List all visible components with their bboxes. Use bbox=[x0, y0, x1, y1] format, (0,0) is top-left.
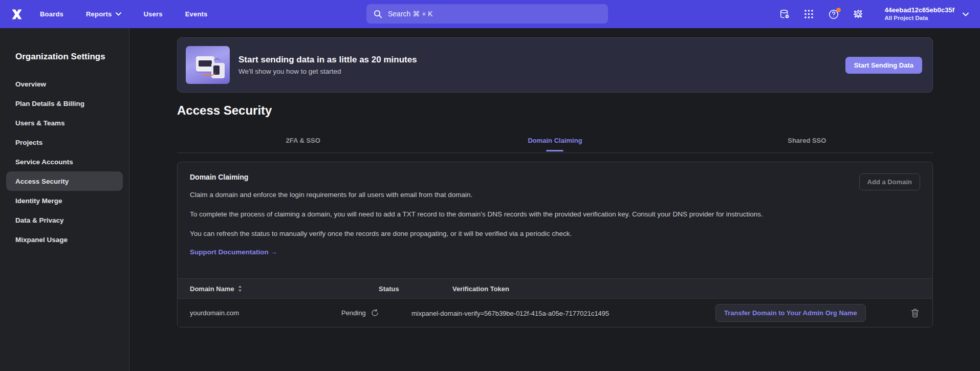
search-placeholder: Search ⌘ + K bbox=[388, 10, 433, 18]
banner-subtitle: We'll show you how to get started bbox=[238, 68, 417, 75]
column-header-verification-token: Verification Token bbox=[452, 285, 509, 293]
add-domain-button[interactable]: Add a Domain bbox=[859, 173, 920, 190]
card-title: Domain Claiming bbox=[190, 173, 920, 181]
card-paragraph: Claim a domain and enforce the login req… bbox=[190, 190, 920, 201]
org-project-switcher[interactable]: 44eebad12c65eb0c35f All Project Data bbox=[884, 6, 969, 22]
apps-grid-icon[interactable] bbox=[803, 9, 815, 20]
tab-shared-sso[interactable]: Shared SSO bbox=[681, 137, 933, 152]
sidebar-item-users-teams[interactable]: Users & Teams bbox=[6, 113, 123, 133]
settings-gear-icon[interactable] bbox=[853, 9, 864, 20]
sidebar-item-service-accounts[interactable]: Service Accounts bbox=[6, 152, 123, 171]
onboarding-illustration bbox=[186, 46, 230, 84]
nav-item-label: Reports bbox=[86, 10, 112, 18]
sidebar-item-projects[interactable]: Projects bbox=[6, 133, 123, 152]
nav-item-boards[interactable]: Boards bbox=[40, 10, 63, 18]
nav-item-label: Users bbox=[144, 10, 163, 18]
sidebar-item-mixpanel-usage[interactable]: Mixpanel Usage bbox=[6, 230, 123, 249]
status-cell: Pending bbox=[341, 309, 366, 317]
refresh-status-icon[interactable] bbox=[371, 309, 379, 317]
chevron-down-icon bbox=[963, 12, 969, 16]
search-input[interactable]: Search ⌘ + K bbox=[366, 4, 608, 24]
support-documentation-link[interactable]: Support Documentation → bbox=[190, 248, 277, 256]
onboarding-banner: Start sending data in as little as 20 mi… bbox=[177, 37, 933, 93]
sidebar-item-overview[interactable]: Overview bbox=[6, 74, 123, 94]
nav-item-events[interactable]: Events bbox=[185, 10, 208, 18]
delete-domain-trash-icon[interactable] bbox=[911, 309, 919, 318]
tab-domain-claiming[interactable]: Domain Claiming bbox=[429, 137, 681, 152]
start-sending-data-button[interactable]: Start Sending Data bbox=[845, 57, 922, 74]
nav-item-label: Events bbox=[185, 10, 208, 18]
access-security-tabs: 2FA & SSO Domain Claiming Shared SSO bbox=[177, 137, 933, 153]
column-header-domain-name: Domain Name bbox=[190, 285, 234, 293]
sidebar-item-plan-details-billing[interactable]: Plan Details & Billing bbox=[6, 94, 123, 113]
tab-2fa-sso[interactable]: 2FA & SSO bbox=[177, 137, 429, 152]
primary-nav: Boards Reports Users Events bbox=[40, 10, 208, 18]
mixpanel-logo-icon[interactable] bbox=[8, 7, 26, 22]
page-title: Access Security bbox=[177, 103, 933, 118]
sidebar-item-data-privacy[interactable]: Data & Privacy bbox=[6, 210, 123, 230]
sidebar-item-identity-merge[interactable]: Identity Merge bbox=[6, 191, 123, 210]
top-nav: Boards Reports Users Events Search ⌘ + K bbox=[0, 0, 980, 28]
help-icon[interactable] bbox=[828, 9, 839, 20]
main-content: Start sending data in as little as 20 mi… bbox=[129, 28, 980, 371]
settings-sidebar: Organization Settings Overview Plan Deta… bbox=[0, 28, 129, 371]
banner-title: Start sending data in as little as 20 mi… bbox=[238, 55, 417, 65]
domain-name-cell: yourdomain.com bbox=[190, 309, 239, 317]
nav-item-reports[interactable]: Reports bbox=[86, 10, 121, 18]
project-name: All Project Data bbox=[884, 14, 954, 21]
sidebar-title: Organization Settings bbox=[0, 52, 129, 62]
table-header-row: Domain Name Status Verification Token bbox=[178, 279, 932, 298]
card-paragraph: You can refresh the status to manually v… bbox=[190, 229, 920, 239]
domain-claiming-card: Domain Claiming Add a Domain Claim a dom… bbox=[177, 162, 933, 328]
search-icon bbox=[374, 10, 382, 18]
sidebar-item-access-security[interactable]: Access Security bbox=[6, 171, 123, 191]
chevron-down-icon bbox=[116, 12, 121, 16]
transfer-domain-button[interactable]: Transfer Domain to Your Admin Org Name bbox=[715, 304, 866, 322]
data-management-icon[interactable] bbox=[779, 9, 790, 20]
sidebar-nav: Overview Plan Details & Billing Users & … bbox=[0, 74, 129, 249]
column-header-status: Status bbox=[379, 285, 399, 293]
verification-token-cell: mixpanel-domain-verify=567b39be-012f-415… bbox=[411, 310, 609, 317]
nav-item-users[interactable]: Users bbox=[144, 10, 163, 18]
nav-item-label: Boards bbox=[40, 10, 63, 18]
sort-icon[interactable] bbox=[238, 286, 242, 292]
org-id: 44eebad12c65eb0c35f bbox=[884, 6, 954, 14]
card-paragraph: To complete the process of claiming a do… bbox=[190, 209, 920, 220]
table-row: yourdomain.com Pending bbox=[178, 298, 932, 327]
nav-utilities: 44eebad12c65eb0c35f All Project Data bbox=[779, 6, 969, 22]
notification-badge bbox=[836, 8, 841, 12]
domains-table: Domain Name Status Verification Token bbox=[178, 278, 932, 327]
